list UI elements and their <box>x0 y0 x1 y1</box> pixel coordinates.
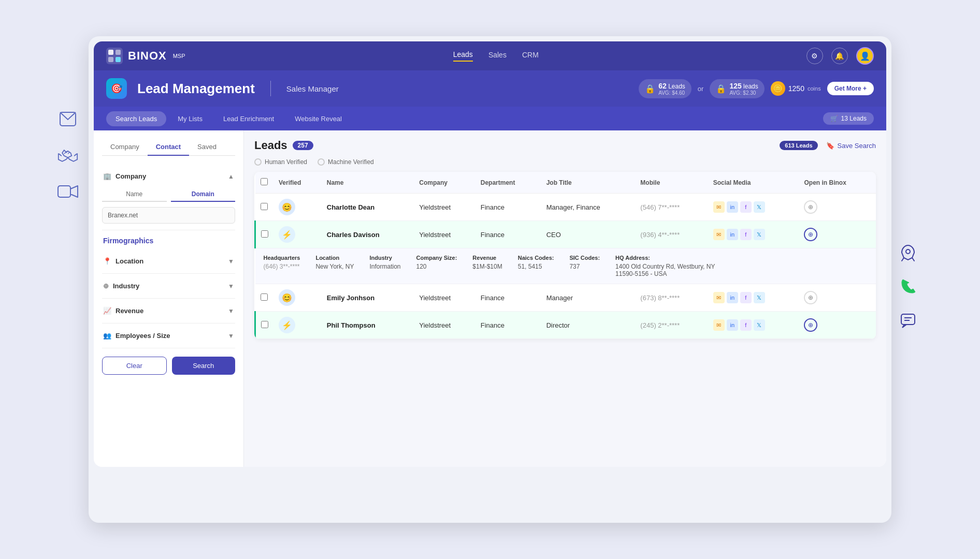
linkedin-social-icon[interactable]: in <box>727 229 738 240</box>
open-in-binox-btn[interactable]: ⊕ <box>804 200 817 214</box>
table-row[interactable]: 😊 Charlotte Dean Yieldstreet Finance Man… <box>255 194 876 221</box>
facebook-social-icon[interactable]: f <box>740 292 752 303</box>
twitter-social-icon[interactable]: 𝕏 <box>754 229 765 240</box>
row-checkbox-2[interactable] <box>261 293 268 301</box>
facebook-social-icon[interactable]: f <box>740 319 752 331</box>
row-open: ⊕ <box>799 284 876 312</box>
facebook-social-icon[interactable]: f <box>740 201 752 213</box>
row-department: Finance <box>475 221 541 248</box>
row-checkbox-cell <box>255 221 274 248</box>
open-in-binox-btn[interactable]: ⊕ <box>804 318 817 332</box>
nav-sales[interactable]: Sales <box>488 51 507 61</box>
search-button[interactable]: Search <box>172 357 236 375</box>
tab-website-reveal[interactable]: Website Reveal <box>285 111 351 126</box>
table-row[interactable]: 😊 Emily Jonhson Yieldstreet Finance Mana… <box>255 284 876 312</box>
video-camera-icon[interactable] <box>57 181 78 202</box>
main-app: BINOX MSP Leads Sales CRM ⚙ 🔔 👤 🎯 Lead M… <box>94 41 886 467</box>
row-checkbox-3[interactable] <box>261 321 268 328</box>
rocket-icon[interactable] <box>899 243 917 262</box>
th-company: Company <box>414 172 475 194</box>
sidebar-tab-saved[interactable]: Saved <box>189 139 225 156</box>
phone-icon[interactable] <box>899 277 917 296</box>
location-detail-value: New York, NY <box>315 263 354 270</box>
select-all-checkbox[interactable] <box>261 178 268 185</box>
th-social-media: Social Media <box>708 172 799 194</box>
revenue-section-header[interactable]: 📈 Revenue ▼ <box>102 305 235 317</box>
twitter-social-icon[interactable]: 𝕏 <box>754 319 765 331</box>
row-checkbox-0[interactable] <box>261 203 268 210</box>
row-mobile: (245) 2**-**** <box>635 312 708 339</box>
tab-my-lists[interactable]: My Lists <box>168 111 212 126</box>
human-verified-radio[interactable]: Human Verified <box>254 158 307 166</box>
clear-button[interactable]: Clear <box>102 357 167 375</box>
table-row[interactable]: ⚡ Charles Davison Yieldstreet Finance CE… <box>255 221 876 248</box>
revenue-detail-label: Revenue <box>472 255 502 261</box>
expanded-details-cell: Headquarters (646) 3**-**** Location New… <box>255 248 876 284</box>
row-checkbox-cell <box>255 284 274 312</box>
domain-input[interactable] <box>102 207 235 224</box>
company-size-label: Company Size: <box>416 255 457 261</box>
company-section-header[interactable]: 🏢 Company ▲ <box>102 170 235 182</box>
row-checkbox-1[interactable] <box>261 230 268 238</box>
verified-icon: 😊 <box>279 199 295 215</box>
logo-text: BINOX <box>128 49 167 63</box>
tab-lead-enrichment[interactable]: Lead Enrichment <box>214 111 283 126</box>
cart-badge[interactable]: 🛒 13 Leads <box>823 112 874 125</box>
hq-phone-section: Headquarters (646) 3**-**** <box>264 255 300 277</box>
verified-icon: 😊 <box>279 289 295 306</box>
employees-chevron: ▼ <box>228 332 234 340</box>
nav-links: Leads Sales CRM <box>453 50 539 62</box>
handshake-icon[interactable] <box>57 145 78 166</box>
row-checkbox-cell <box>255 312 274 339</box>
email-social-icon[interactable]: ✉ <box>713 292 725 303</box>
leads-plan-avg: AVG: $4.60 <box>658 90 685 96</box>
company-section-title: 🏢 Company <box>103 172 146 180</box>
chat-icon[interactable] <box>899 312 917 330</box>
linkedin-social-icon[interactable]: in <box>727 201 738 213</box>
linkedin-social-icon[interactable]: in <box>727 319 738 331</box>
table-row[interactable]: ⚡ Phil Thompson Yieldstreet Finance Dire… <box>255 312 876 339</box>
revenue-section-detail: Revenue $1M-$10M <box>472 255 502 277</box>
sub-title: Sales Manager <box>286 84 339 93</box>
mail-icon[interactable] <box>57 109 78 129</box>
industry-detail-value: Information <box>369 263 400 270</box>
save-search-btn[interactable]: 🔖 Save Search <box>826 142 876 150</box>
revenue-detail-value: $1M-$10M <box>472 263 502 270</box>
nav-leads[interactable]: Leads <box>453 50 473 62</box>
twitter-social-icon[interactable]: 𝕏 <box>754 292 765 303</box>
twitter-social-icon[interactable]: 𝕏 <box>754 201 765 213</box>
location-section-header[interactable]: 📍 Location ▼ <box>102 255 235 267</box>
employees-section-header[interactable]: 👥 Employees / Size ▼ <box>102 330 235 342</box>
human-verified-label: Human Verified <box>265 158 307 166</box>
get-more-button[interactable]: Get More + <box>827 82 874 95</box>
tab-search-leads[interactable]: Search Leads <box>106 111 166 126</box>
settings-icon-btn[interactable]: ⚙ <box>806 48 823 64</box>
open-in-binox-btn[interactable]: ⊕ <box>804 291 817 304</box>
domain-tab[interactable]: Domain <box>171 187 236 202</box>
machine-verified-radio[interactable]: Machine Verified <box>318 158 374 166</box>
row-name: Charlotte Dean <box>322 194 414 221</box>
or-separator: or <box>698 85 704 93</box>
industry-section-title: ⊕ Industry <box>103 282 139 290</box>
industry-detail-label: Industry <box>369 255 400 261</box>
sidebar-tab-company[interactable]: Company <box>102 139 148 156</box>
row-job-title: Director <box>541 312 636 339</box>
notifications-icon-btn[interactable]: 🔔 <box>831 48 848 64</box>
phone-masked: (936) 4**-**** <box>640 231 680 239</box>
email-social-icon[interactable]: ✉ <box>713 229 725 240</box>
facebook-social-icon[interactable]: f <box>740 229 752 240</box>
sidebar-tab-contact[interactable]: Contact <box>148 139 189 156</box>
industry-section-header[interactable]: ⊕ Industry ▼ <box>102 280 235 292</box>
nav-crm[interactable]: CRM <box>522 51 539 61</box>
email-social-icon[interactable]: ✉ <box>713 201 725 213</box>
linkedin-social-icon[interactable]: in <box>727 292 738 303</box>
svg-point-6 <box>906 249 910 254</box>
name-tab[interactable]: Name <box>102 187 167 202</box>
row-department: Finance <box>475 284 541 312</box>
lead-name-text: Emily Jonhson <box>327 294 374 302</box>
user-avatar[interactable]: 👤 <box>856 47 874 65</box>
employees-section: 👥 Employees / Size ▼ <box>102 323 235 348</box>
row-open: ⊕ <box>799 312 876 339</box>
email-social-icon[interactable]: ✉ <box>713 319 725 331</box>
open-in-binox-btn[interactable]: ⊕ <box>804 228 817 241</box>
